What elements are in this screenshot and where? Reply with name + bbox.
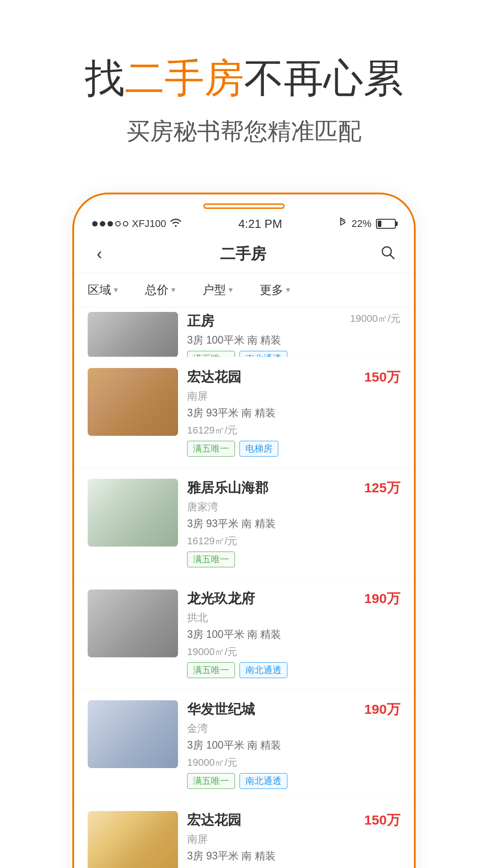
- listing-spec: 3房 100平米 南 精装: [187, 627, 400, 642]
- status-left: XFJ100: [92, 218, 182, 230]
- listing-top: 宏达花园 150万: [187, 368, 400, 387]
- listing-details-section: 宏达花园 150万 南屏 3房 93平米 南 精装 16129㎡/元 满五唯一 …: [187, 368, 400, 457]
- status-bar: XFJ100 4:21 PM 22%: [74, 209, 414, 236]
- listing-top: 正房 19000㎡/元: [187, 312, 400, 330]
- signal-dot-4: [115, 221, 121, 226]
- listing-price: 150万: [364, 368, 400, 387]
- listing-top: 华发世纪城 190万: [187, 700, 400, 719]
- filter-area-label: 区域: [88, 282, 111, 298]
- listing-name: 正房: [187, 312, 214, 330]
- listing-tags: 满五唯一 南北通透: [187, 662, 400, 678]
- phone-notch: [203, 203, 285, 209]
- tag-wuyuwei: 满五唯一: [187, 662, 235, 678]
- listing-details-section: 华发世纪城 190万 金湾 3房 100平米 南 精装 19000㎡/元 满五唯…: [187, 700, 400, 789]
- filter-price[interactable]: 总价 ▾: [145, 282, 175, 298]
- listing-image: [88, 312, 178, 357]
- listing-tags: 满五唯一 南北通透: [187, 351, 400, 357]
- list-item[interactable]: 宏达花园 150万 南屏 3房 93平米 南 精装 16129㎡/元 满五唯一 …: [74, 800, 414, 868]
- listing-price-per: 19000㎡/元: [187, 756, 400, 769]
- listing-details-section: 宏达花园 150万 南屏 3房 93平米 南 精装 16129㎡/元 满五唯一 …: [187, 811, 400, 868]
- filter-price-arrow: ▾: [171, 285, 175, 295]
- filter-type-arrow: ▾: [229, 285, 233, 295]
- listing-image: [88, 811, 178, 868]
- listing-image: [88, 479, 178, 547]
- battery-fill: [378, 221, 381, 227]
- listing-price: 150万: [364, 811, 400, 830]
- search-button[interactable]: [380, 244, 396, 264]
- signal-dots: [92, 221, 128, 226]
- status-right: 22%: [339, 217, 396, 231]
- filter-price-label: 总价: [145, 282, 169, 298]
- tag-nanbei: 南北通透: [239, 351, 287, 357]
- listing-spec: 3房 93平米 南 精装: [187, 517, 400, 531]
- listing-district: 南屏: [187, 389, 400, 403]
- listing-spec: 3房 93平米 南 精装: [187, 406, 400, 420]
- listing-top: 龙光玖龙府 190万: [187, 590, 400, 608]
- app-header: ‹ 二手房: [74, 236, 414, 273]
- signal-dot-3: [108, 221, 113, 226]
- filter-area-arrow: ▾: [114, 285, 118, 295]
- hero-title-highlight: 二手房: [125, 56, 244, 100]
- listing-spec: 3房 93平米 南 精装: [187, 849, 400, 863]
- listing-tags: 满五唯一 南北通透: [187, 773, 400, 789]
- listing-district: 金湾: [187, 722, 400, 736]
- listing-name: 宏达花园: [187, 811, 241, 830]
- tag-wuyuwei: 满五唯一: [187, 351, 235, 357]
- battery-percent: 22%: [352, 218, 371, 230]
- tag-nanbei: 南北通透: [239, 773, 287, 789]
- listing-details-section: 龙光玖龙府 190万 拱北 3房 100平米 南 精装 19000㎡/元 满五唯…: [187, 590, 400, 678]
- hero-subtitle: 买房秘书帮您精准匹配: [18, 116, 470, 147]
- listing-image: [88, 700, 178, 768]
- list-item[interactable]: 正房 19000㎡/元 3房 100平米 南 精装 满五唯一 南北通透: [74, 307, 414, 357]
- listing-details-section: 雅居乐山海郡 125万 唐家湾 3房 93平米 南 精装 16129㎡/元 满五…: [187, 479, 400, 567]
- status-time: 4:21 PM: [238, 217, 282, 231]
- listing-price: 190万: [364, 700, 400, 719]
- listing-top: 宏达花园 150万: [187, 811, 400, 830]
- listing-price-per: 16129㎡/元: [187, 534, 400, 548]
- list-item[interactable]: 宏达花园 150万 南屏 3房 93平米 南 精装 16129㎡/元 满五唯一 …: [74, 357, 414, 468]
- signal-dot-5: [123, 221, 128, 226]
- carrier-label: XFJ100: [132, 218, 166, 230]
- signal-dot-1: [92, 221, 98, 226]
- listing-tags: 满五唯一: [187, 552, 400, 567]
- phone-wrapper: XFJ100 4:21 PM 22%: [0, 175, 488, 868]
- app-title: 二手房: [220, 244, 266, 264]
- list-item[interactable]: 华发世纪城 190万 金湾 3房 100平米 南 精装 19000㎡/元 满五唯…: [74, 689, 414, 800]
- filter-more-label: 更多: [260, 282, 283, 298]
- phone-frame: XFJ100 4:21 PM 22%: [72, 193, 416, 868]
- hero-title-prefix: 找: [85, 56, 125, 100]
- filter-area[interactable]: 区域 ▾: [88, 282, 118, 298]
- hero-title-suffix: 不再心累: [244, 56, 403, 100]
- listing-name: 龙光玖龙府: [187, 590, 255, 608]
- filter-bar: 区域 ▾ 总价 ▾ 户型 ▾ 更多 ▾: [74, 273, 414, 307]
- battery-icon: [376, 219, 396, 229]
- listing-district: 拱北: [187, 611, 400, 625]
- tag-wuyuwei: 满五唯一: [187, 773, 235, 789]
- listing-price-per: 19000㎡/元: [350, 312, 400, 326]
- listing-image: [88, 368, 178, 436]
- tag-wuyuwei: 满五唯一: [187, 552, 235, 567]
- listing-top: 雅居乐山海郡 125万: [187, 479, 400, 497]
- filter-more[interactable]: 更多 ▾: [260, 282, 290, 298]
- listing-district: 唐家湾: [187, 500, 400, 514]
- hero-section: 找二手房不再心累 买房秘书帮您精准匹配: [0, 0, 488, 175]
- filter-type-label: 户型: [202, 282, 226, 298]
- listing-tags: 满五唯一 电梯房: [187, 441, 400, 457]
- filter-type[interactable]: 户型 ▾: [202, 282, 233, 298]
- listing-spec: 3房 100平米 南 精装: [187, 738, 400, 752]
- list-item[interactable]: 龙光玖龙府 190万 拱北 3房 100平米 南 精装 19000㎡/元 满五唯…: [74, 579, 414, 689]
- tag-nanbei: 南北通透: [239, 662, 287, 678]
- listing-price-per: 16129㎡/元: [187, 424, 400, 437]
- listing-price-per: 16129㎡/元: [187, 867, 400, 868]
- filter-more-arrow: ▾: [286, 285, 290, 295]
- listing-district: 南屏: [187, 832, 400, 846]
- tag-wuyuwei: 满五唯一: [187, 441, 235, 457]
- list-item[interactable]: 雅居乐山海郡 125万 唐家湾 3房 93平米 南 精装 16129㎡/元 满五…: [74, 468, 414, 579]
- listing-price-per: 19000㎡/元: [187, 645, 400, 659]
- svg-line-1: [390, 255, 394, 259]
- wifi-icon: [170, 218, 182, 230]
- listing-name: 华发世纪城: [187, 700, 255, 719]
- back-button[interactable]: ‹: [92, 243, 107, 265]
- listing-name: 宏达花园: [187, 368, 241, 387]
- hero-title: 找二手房不再心累: [18, 54, 470, 102]
